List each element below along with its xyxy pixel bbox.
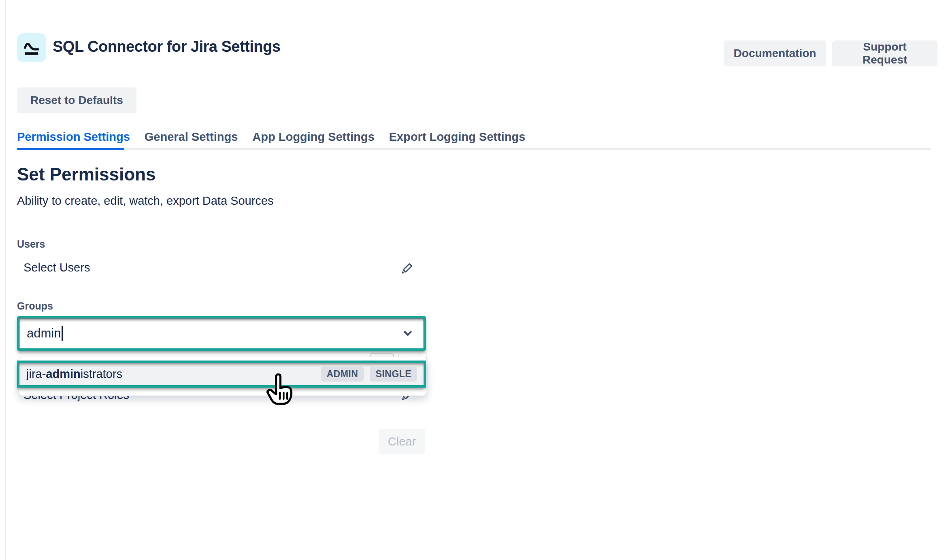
tab-app-logging-settings[interactable]: App Logging Settings [252, 130, 374, 153]
wave-chart-icon [22, 38, 41, 57]
page-title: SQL Connector for Jira Settings [53, 38, 280, 55]
settings-tabs: Permission Settings General Settings App… [17, 130, 525, 153]
section-subtitle: Ability to create, edit, watch, export D… [17, 194, 273, 208]
single-badge: SINGLE [370, 367, 417, 382]
users-value: Select Users [23, 261, 90, 274]
text-caret [62, 326, 63, 341]
reset-to-defaults-button[interactable]: Reset to Defaults [17, 87, 136, 113]
clear-button[interactable]: Clear [379, 429, 425, 454]
tab-general-settings[interactable]: General Settings [145, 130, 238, 153]
support-request-button[interactable]: Support Request [832, 40, 937, 66]
documentation-button[interactable]: Documentation [724, 40, 826, 66]
tab-permission-settings[interactable]: Permission Settings [17, 130, 130, 153]
admin-badge: ADMIN [321, 367, 364, 382]
chevron-down-icon[interactable] [403, 328, 413, 339]
edit-users-button[interactable] [398, 260, 415, 278]
pencil-icon [399, 261, 414, 276]
groups-label: Groups [17, 300, 53, 312]
groups-combobox[interactable]: admin [17, 316, 426, 351]
groups-input-value: admin [27, 326, 61, 341]
dropdown-option-jira-administrators[interactable]: jira-administrators ADMIN SINGLE [17, 361, 426, 388]
users-label: Users [17, 238, 45, 250]
section-title: Set Permissions [17, 164, 156, 185]
tab-export-logging-settings[interactable]: Export Logging Settings [389, 130, 526, 153]
input-inner-shadow [19, 318, 424, 348]
option-badges: ADMIN SINGLE [321, 367, 417, 382]
content-left-border [5, 0, 6, 560]
option-text: jira-administrators [26, 367, 122, 381]
app-logo [17, 33, 46, 62]
